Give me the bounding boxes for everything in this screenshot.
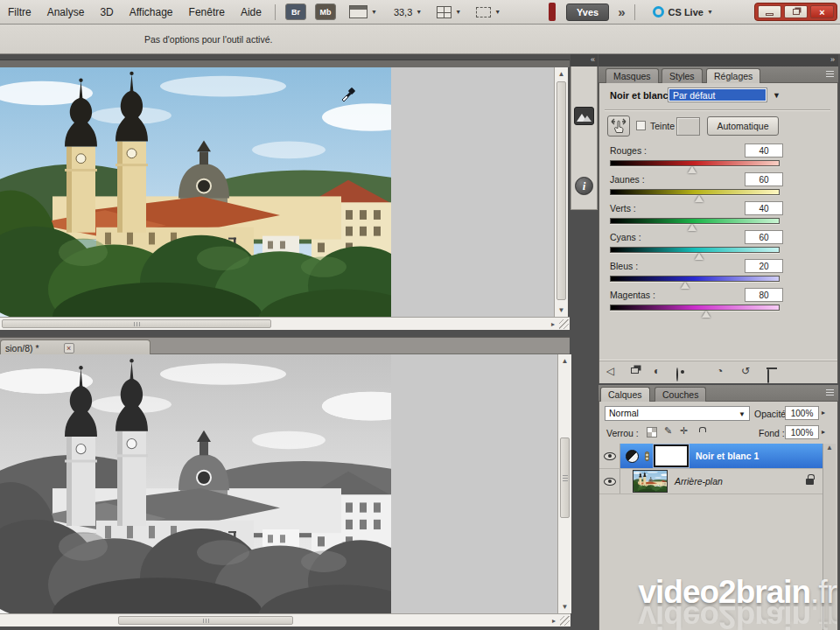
- panel-menu-icon[interactable]: [820, 388, 834, 397]
- slider-value-field[interactable]: 40: [745, 144, 783, 158]
- visibility-toggle[interactable]: [599, 469, 620, 494]
- layer-row-main[interactable]: Noir et blanc 1: [620, 444, 822, 468]
- targeted-adjustment-tool-button[interactable]: [607, 116, 630, 136]
- slider-track[interactable]: [610, 247, 780, 253]
- menu-fenetre[interactable]: Fenêtre: [181, 6, 233, 18]
- panel-menu-icon[interactable]: [820, 70, 834, 79]
- tab-couches[interactable]: Couches: [654, 387, 706, 402]
- tint-checkbox[interactable]: [636, 121, 646, 130]
- menu-aide[interactable]: Aide: [233, 6, 270, 18]
- resize-grip-icon[interactable]: [560, 616, 570, 626]
- layer-mask-thumbnail[interactable]: [654, 444, 689, 467]
- preset-dropdown[interactable]: Par défaut: [668, 88, 767, 102]
- chevron-down-icon[interactable]: ▼: [494, 9, 500, 15]
- layer-thumbnail[interactable]: [633, 470, 668, 493]
- opacity-field[interactable]: 100%: [785, 406, 819, 420]
- menu-filtre[interactable]: Filtre: [0, 6, 39, 18]
- document1-horizontal-scrollbar[interactable]: ▸: [0, 317, 570, 330]
- lock-pixels-icon[interactable]: ✎: [664, 425, 672, 437]
- chevron-down-icon[interactable]: ▼: [371, 9, 377, 15]
- slider-track[interactable]: [610, 218, 780, 224]
- scrollbar-thumb[interactable]: [560, 438, 570, 518]
- slider-value-field[interactable]: 60: [745, 172, 783, 186]
- document2-vertical-scrollbar[interactable]: ▲ ▼: [557, 354, 571, 613]
- scrollbar-thumb[interactable]: [556, 81, 566, 300]
- slider-thumb[interactable]: [702, 311, 710, 318]
- document2-pasteboard[interactable]: [391, 354, 557, 613]
- view-previous-state-icon[interactable]: ◔: [717, 365, 723, 377]
- slider-thumb[interactable]: [688, 166, 696, 173]
- scroll-down-icon[interactable]: ▼: [558, 603, 571, 611]
- tab-calques[interactable]: Calques: [600, 387, 650, 402]
- expanded-view-icon[interactable]: [631, 368, 639, 374]
- scroll-up-icon[interactable]: ▲: [558, 357, 571, 365]
- visibility-toggle[interactable]: [599, 444, 620, 468]
- document1-vertical-scrollbar[interactable]: ▲ ▼: [554, 67, 568, 317]
- scroll-right-icon[interactable]: ▸: [552, 617, 556, 625]
- slider-thumb[interactable]: [681, 282, 690, 289]
- slider-value-field[interactable]: 80: [745, 288, 783, 302]
- fill-spinner-icon[interactable]: ▸: [822, 428, 825, 436]
- slider-track[interactable]: [610, 189, 780, 195]
- chevron-down-icon[interactable]: ▼: [455, 9, 461, 15]
- arrange-documents-icon[interactable]: [437, 6, 452, 18]
- tab-reglages[interactable]: Réglages: [706, 68, 760, 83]
- scroll-down-icon[interactable]: ▼: [555, 306, 568, 314]
- slider-track[interactable]: [610, 276, 780, 282]
- document1-pasteboard[interactable]: [391, 67, 554, 317]
- blend-mode-dropdown[interactable]: Normal ▼: [605, 406, 750, 421]
- slider-track[interactable]: [610, 304, 780, 311]
- scrollbar-thumb[interactable]: [118, 616, 293, 625]
- close-button[interactable]: ×: [810, 5, 834, 18]
- menu-affichage[interactable]: Affichage: [122, 6, 181, 18]
- layer-row-arriere-plan[interactable]: Arrière-plan: [599, 469, 822, 494]
- slider-thumb[interactable]: [688, 224, 696, 231]
- view-extras-icon[interactable]: [349, 5, 368, 18]
- tab-close-icon[interactable]: ×: [64, 343, 74, 354]
- layer-row-main[interactable]: Arrière-plan: [620, 469, 822, 494]
- chevron-down-icon[interactable]: ▼: [773, 91, 780, 100]
- restore-button[interactable]: [784, 5, 808, 18]
- clip-to-layer-icon[interactable]: ◐: [654, 365, 660, 377]
- collapse-right-icon[interactable]: »: [830, 55, 834, 64]
- document1-title-bar[interactable]: [0, 60, 570, 67]
- reset-icon[interactable]: ↺: [741, 365, 750, 377]
- opacity-spinner-icon[interactable]: ▸: [822, 409, 825, 416]
- scroll-up-icon[interactable]: ▲: [826, 444, 833, 452]
- resize-grip-icon[interactable]: [559, 319, 569, 329]
- screen-mode-icon[interactable]: [476, 7, 491, 18]
- auto-button[interactable]: Automatique: [707, 116, 779, 136]
- lock-transparency-icon[interactable]: [647, 427, 657, 438]
- cs-live-control[interactable]: CS Live ▼: [653, 6, 716, 18]
- workspace-more-icon[interactable]: »: [618, 4, 623, 19]
- document2-canvas[interactable]: [0, 354, 391, 613]
- slider-value-field[interactable]: 20: [745, 259, 783, 273]
- bridge-button[interactable]: Br: [285, 4, 306, 20]
- fill-field[interactable]: 100%: [785, 425, 819, 439]
- workspace-button[interactable]: Yves: [566, 4, 609, 21]
- tab-styles[interactable]: Styles: [662, 68, 703, 83]
- scrollbar-thumb[interactable]: [2, 319, 271, 328]
- scroll-right-icon[interactable]: ▸: [551, 320, 555, 328]
- histogram-panel-icon[interactable]: [574, 107, 594, 125]
- info-panel-icon[interactable]: i: [575, 177, 593, 195]
- layer-visibility-icon[interactable]: [676, 368, 678, 381]
- document1-canvas[interactable]: [0, 67, 391, 317]
- delete-adjustment-icon[interactable]: [767, 369, 769, 383]
- collapse-header[interactable]: «: [570, 54, 598, 66]
- slider-value-field[interactable]: 40: [745, 201, 783, 215]
- dock-header[interactable]: »: [598, 54, 838, 66]
- slider-value-field[interactable]: 60: [745, 230, 783, 244]
- document2-tab[interactable]: sion/8) * ×: [0, 340, 150, 355]
- layer-row-noir-et-blanc[interactable]: Noir et blanc 1: [599, 444, 822, 469]
- collapse-left-icon[interactable]: «: [591, 55, 594, 64]
- minimize-button[interactable]: [758, 5, 781, 18]
- slider-thumb[interactable]: [695, 253, 704, 260]
- tint-color-swatch[interactable]: [676, 117, 700, 136]
- tab-masques[interactable]: Masques: [606, 68, 659, 83]
- menu-3d[interactable]: 3D: [92, 6, 121, 18]
- chevron-down-icon[interactable]: ▼: [416, 9, 422, 15]
- zoom-level[interactable]: 33,3: [394, 7, 412, 18]
- mini-bridge-button[interactable]: Mb: [315, 4, 336, 20]
- back-arrow-icon[interactable]: ◁: [606, 365, 614, 377]
